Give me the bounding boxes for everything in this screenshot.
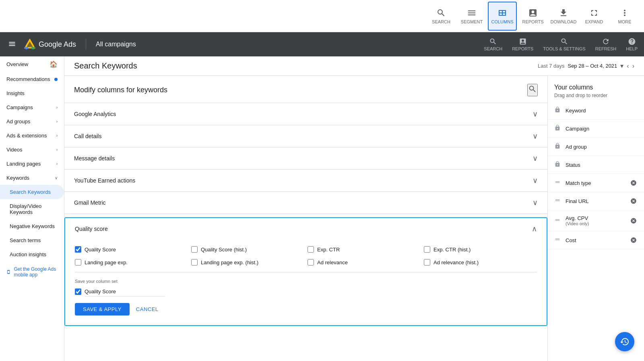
toolbar-more-btn[interactable]: MORE xyxy=(610,2,639,31)
cancel-button[interactable]: CANCEL xyxy=(136,306,159,312)
sidebar-item-ads[interactable]: Ads & extensions › xyxy=(0,129,64,143)
sidebar-item-searchterms[interactable]: Search terms xyxy=(0,233,64,247)
toolbar-search-btn[interactable]: SEARCH xyxy=(427,2,456,31)
lock-icon-status xyxy=(554,161,561,169)
sidebar-item-negativekeywords[interactable]: Negative Keywords xyxy=(0,219,64,233)
sidebar-footer[interactable]: Get the Google Ads mobile app xyxy=(0,261,64,282)
column-label-matchtype: Match type xyxy=(566,180,591,186)
checkbox-landing-page-exp-hist: Landing page exp. (hist.) xyxy=(191,259,304,266)
drag-icon-cost[interactable] xyxy=(554,236,561,244)
sidebar-item-recommendations[interactable]: Recommendations xyxy=(0,72,64,86)
accordion-header-call-details[interactable]: Call details ∨ xyxy=(64,125,547,147)
remove-finalurl-btn[interactable] xyxy=(630,197,638,205)
date-dropdown-btn[interactable]: ▾ xyxy=(620,62,623,70)
top-toolbar: SEARCH SEGMENT COLUMNS REPORTS DOWNLOAD … xyxy=(0,0,644,32)
header-bar: Google Ads All campaigns SEARCH REPORTS … xyxy=(0,32,644,56)
header-refresh-btn[interactable]: REFRESH xyxy=(595,37,617,51)
column-label-adgroup: Ad group xyxy=(566,144,587,150)
column-item-finalurl: Final URL xyxy=(548,192,644,210)
header-tools-btn[interactable]: TOOLS & SETTINGS xyxy=(543,37,586,51)
sidebar-item-displayvideo[interactable]: Display/Video Keywords xyxy=(0,199,64,219)
date-prev-btn[interactable]: ‹ xyxy=(627,62,629,70)
recommendation-badge xyxy=(54,78,58,81)
modify-panel: Modify columns for keywords Google Analy… xyxy=(64,76,547,361)
lock-icon-adgroup xyxy=(554,143,561,151)
save-column-set-input[interactable] xyxy=(85,287,165,297)
checkbox-quality-score-input[interactable] xyxy=(75,246,81,253)
remove-cost-btn[interactable] xyxy=(630,236,638,244)
toolbar-download-btn[interactable]: DOWNLOAD xyxy=(549,2,578,31)
accordion-header-message-details[interactable]: Message details ∨ xyxy=(64,147,547,169)
checkbox-ad-relevance-hist-input[interactable] xyxy=(424,259,430,266)
header-search-btn[interactable]: SEARCH xyxy=(484,37,502,51)
toolbar-segment-btn[interactable]: SEGMENT xyxy=(457,2,486,31)
accordion-google-analytics: Google Analytics ∨ xyxy=(64,103,547,125)
checkbox-landing-page-exp-hist-input[interactable] xyxy=(191,259,198,266)
sidebar-item-overview[interactable]: Overview 🏠 xyxy=(0,56,64,72)
accordion-header-gmail[interactable]: Gmail Metric ∨ xyxy=(64,192,547,214)
column-label-avgcpv: Avg. CPV (Video only) xyxy=(566,215,589,226)
toolbar-expand-btn[interactable]: EXPAND xyxy=(580,2,609,31)
quality-score-header[interactable]: Quality score ∧ xyxy=(65,218,547,240)
column-label-finalurl: Final URL xyxy=(566,198,589,204)
sidebar-item-landingpages[interactable]: Landing pages › xyxy=(0,157,64,171)
toolbar-reports-btn[interactable]: REPORTS xyxy=(518,2,547,31)
your-columns-subtitle: Drag and drop to reorder xyxy=(554,93,638,98)
checkbox-exp-ctr-hist-input[interactable] xyxy=(424,246,430,253)
save-apply-button[interactable]: SAVE & APPLY xyxy=(75,303,130,315)
app-name: Google Ads xyxy=(39,40,76,49)
sidebar-item-adgroups[interactable]: Ad groups › xyxy=(0,114,64,129)
remove-avgcpv-btn[interactable] xyxy=(630,217,638,225)
fab-button[interactable] xyxy=(615,332,634,351)
hamburger-btn[interactable] xyxy=(6,38,18,51)
quality-score-section: Quality score ∧ Quality Score Quality Sc… xyxy=(64,217,547,326)
quality-score-content: Quality Score Quality Score (hist.) Exp.… xyxy=(65,240,547,325)
column-label-campaign: Campaign xyxy=(566,126,589,132)
save-column-set: Save your column set xyxy=(75,272,537,297)
landingpages-chevron: › xyxy=(56,162,58,166)
drag-icon-finalurl[interactable] xyxy=(554,197,561,205)
adgroups-chevron: › xyxy=(56,119,58,124)
header-reports-btn[interactable]: REPORTS xyxy=(512,37,533,51)
accordion-header-google-analytics[interactable]: Google Analytics ∨ xyxy=(64,103,547,125)
column-item-status: Status xyxy=(548,156,644,174)
campaigns-chevron: › xyxy=(56,105,58,110)
modify-panel-header: Modify columns for keywords xyxy=(64,76,547,103)
lock-icon-campaign xyxy=(554,124,561,133)
drag-icon-avgcpv[interactable] xyxy=(554,217,561,225)
remove-matchtype-btn[interactable] xyxy=(630,179,638,187)
content-area: Search Keywords Last 7 days Sep 28 – Oct… xyxy=(64,56,644,361)
checkbox-landing-page-exp-input[interactable] xyxy=(75,259,81,266)
sidebar-item-campaigns[interactable]: Campaigns › xyxy=(0,100,64,114)
main-layout: Overview 🏠 Recommendations Insights Camp… xyxy=(0,56,644,361)
sidebar-item-keywords-group[interactable]: Keywords ∨ xyxy=(0,171,64,185)
checkbox-quality-score-hist-input[interactable] xyxy=(191,246,198,253)
checkbox-exp-ctr-input[interactable] xyxy=(308,246,314,253)
chevron-quality-score: ∧ xyxy=(532,224,537,233)
toolbar-columns-btn[interactable]: COLUMNS xyxy=(488,2,517,31)
checkbox-exp-ctr-hist: Exp. CTR (hist.) xyxy=(424,246,537,253)
drag-icon-matchtype[interactable] xyxy=(554,179,561,187)
column-item-avgcpv: Avg. CPV (Video only) xyxy=(548,210,644,231)
date-label: Last 7 days xyxy=(538,63,565,69)
accordion-call-details: Call details ∨ xyxy=(64,125,547,147)
accordion-gmail: Gmail Metric ∨ xyxy=(64,192,547,214)
page-header: Search Keywords Last 7 days Sep 28 – Oct… xyxy=(64,56,644,76)
sidebar-item-insights[interactable]: Insights xyxy=(0,86,64,100)
save-column-set-label: Save your column set xyxy=(75,279,537,284)
column-item-campaign: Campaign xyxy=(548,120,644,138)
column-label-status: Status xyxy=(566,162,580,168)
sidebar-item-searchkeywords[interactable]: Search Keywords xyxy=(0,185,64,199)
header-help-btn[interactable]: HELP xyxy=(626,37,638,51)
date-range: Last 7 days Sep 28 – Oct 4, 2021 ▾ ‹ › xyxy=(538,62,634,70)
accordion-header-youtube[interactable]: YouTube Earned actions ∨ xyxy=(64,170,547,191)
date-range-value: Sep 28 – Oct 4, 2021 xyxy=(568,63,617,69)
sidebar-item-auctioninsights[interactable]: Auction insights xyxy=(0,247,64,261)
page-title: Search Keywords xyxy=(74,61,137,71)
checkbox-ad-relevance-input[interactable] xyxy=(308,259,314,266)
date-next-btn[interactable]: › xyxy=(632,62,634,70)
save-column-set-checkbox[interactable] xyxy=(75,288,81,295)
column-label-cost: Cost xyxy=(566,237,576,243)
sidebar-item-videos[interactable]: Videos › xyxy=(0,143,64,157)
modify-search-btn[interactable] xyxy=(527,84,538,96)
